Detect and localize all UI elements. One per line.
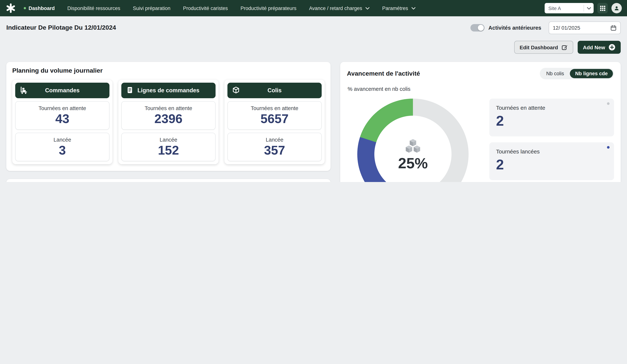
date-picker-input[interactable]: 12/ 01/2025 xyxy=(549,21,621,34)
status-dot xyxy=(607,102,610,105)
previous-activities-toggle[interactable] xyxy=(470,24,485,32)
nav-item-dashboard[interactable]: Dashboard xyxy=(24,5,55,11)
stat-box: Tournées en attente 5657 xyxy=(227,101,322,130)
volume-card-commandes: Commandes Tournées en attente 43 Lancée … xyxy=(12,80,112,164)
resources-card: Gestion des ressources actives Productiv… xyxy=(6,179,331,182)
nav-item-suivi-preparation[interactable]: Suivi préparation xyxy=(133,5,170,11)
page-title: Indicateur De Pilotage Du 12/01/2024 xyxy=(6,24,116,32)
nav-right-actions: Site A xyxy=(545,3,622,13)
volume-card-lignes-de-commandes: Lignes de commandes Tournées en attente … xyxy=(118,80,218,164)
stat-card-lancees: Tournées lancées 2 xyxy=(489,142,614,180)
stat-value: 152 xyxy=(124,144,213,156)
cubes-icon xyxy=(401,137,424,154)
nav-item-parametres[interactable]: Paramétres xyxy=(382,5,416,11)
edit-dashboard-label: Edit Dashboard xyxy=(520,44,558,50)
header-row: Indicateur De Pilotage Du 12/01/2024 Act… xyxy=(6,21,621,34)
stat-value: 5657 xyxy=(230,112,319,125)
stat-box: Tournées en attente 43 xyxy=(15,101,109,130)
stat-card-label: Tournées lancées xyxy=(496,148,607,155)
stat-value: 357 xyxy=(230,144,319,156)
active-dot-icon xyxy=(24,7,26,9)
nav-item-label: Suivi préparation xyxy=(133,5,170,11)
dashboard-actions: Edit Dashboard Add New xyxy=(6,41,621,54)
stat-label: Tournées en attente xyxy=(124,105,213,111)
person-icon xyxy=(614,4,620,12)
volume-card-header: Colis xyxy=(227,83,322,98)
stat-label: Tournées en attente xyxy=(18,105,107,111)
planning-volume-card: Planning du volume journalier Commandes … xyxy=(6,62,331,171)
activity-unit-toggle: Nb colis Nb lignes cde xyxy=(540,68,614,79)
stat-label: Lancée xyxy=(230,137,319,143)
nav-item-avance-retard-charges[interactable]: Avance / retard charges xyxy=(309,5,369,11)
site-select[interactable]: Site A xyxy=(545,3,594,13)
previous-activities-label: Activités antérieures xyxy=(488,25,541,31)
volume-card-title: Lignes de commandes xyxy=(137,87,199,94)
site-select-value: Site A xyxy=(548,5,561,11)
activity-progress-card: Avancement de l'activité Nb colis Nb lig… xyxy=(340,62,621,182)
nav-item-label: Paramétres xyxy=(382,5,408,11)
volume-card-header: Lignes de commandes xyxy=(121,83,215,98)
donut-chart-area: % avancement en nb colis xyxy=(347,83,479,182)
status-dot xyxy=(607,146,610,149)
tab-nb-lignes-cde[interactable]: Nb lignes cde xyxy=(570,69,613,78)
cart-icon xyxy=(20,86,28,94)
nav-item-label: Productivité préparateurs xyxy=(240,5,296,11)
planning-title: Planning du volume journalier xyxy=(12,67,325,75)
stat-box: Lancée 357 xyxy=(227,133,322,161)
tab-nb-colis[interactable]: Nb colis xyxy=(541,69,569,78)
nav-item-productivite-preparateurs[interactable]: Productivité préparateurs xyxy=(240,5,296,11)
stat-value: 43 xyxy=(18,112,107,125)
activity-title: Avancement de l'activité xyxy=(347,70,420,77)
volume-card-title: Commandes xyxy=(45,87,80,94)
add-new-label: Add New xyxy=(583,44,605,50)
grid-icon xyxy=(600,5,605,11)
stat-card-value: 2 xyxy=(496,158,607,172)
nav-item-label: Productivité caristes xyxy=(183,5,228,11)
nav-item-disponibilite-ressources[interactable]: Disponibilité ressources xyxy=(67,5,120,11)
top-nav: Dashboard Disponibilité ressources Suivi… xyxy=(0,0,627,16)
stat-label: Lancée xyxy=(18,137,107,143)
plus-circle-icon xyxy=(608,44,616,51)
chevron-down-icon xyxy=(366,7,369,9)
calendar-icon[interactable] xyxy=(610,25,617,31)
edit-dashboard-button[interactable]: Edit Dashboard xyxy=(514,41,573,54)
stat-label: Tournées en attente xyxy=(230,105,319,111)
stat-card-label: Tournées en attente xyxy=(496,104,607,111)
stat-label: Lancée xyxy=(124,137,213,143)
volume-card-colis: Colis Tournées en attente 5657 Lancée 35… xyxy=(224,80,325,164)
dashboard-page: Dashboard Disponibilité ressources Suivi… xyxy=(0,0,627,182)
package-icon xyxy=(232,86,240,94)
stat-card-en-attente: Tournées en attente 2 xyxy=(489,99,614,136)
stat-box: Lancée 3 xyxy=(15,133,109,161)
volume-card-header: Commandes xyxy=(15,83,109,98)
nav-item-productivite-caristes[interactable]: Productivité caristes xyxy=(183,5,228,11)
chevron-down-icon xyxy=(412,7,416,9)
nav-item-label: Avance / retard charges xyxy=(309,5,362,11)
stat-box: Lancée 152 xyxy=(121,133,215,161)
nav-items: Dashboard Disponibilité ressources Suivi… xyxy=(24,5,416,11)
user-avatar-button[interactable] xyxy=(611,3,622,13)
app-logo-icon[interactable] xyxy=(5,2,16,14)
apps-grid-button[interactable] xyxy=(597,3,608,13)
document-icon xyxy=(126,86,134,94)
nav-item-label: Dashboard xyxy=(29,5,55,11)
stat-value: 3 xyxy=(18,144,107,156)
add-new-button[interactable]: Add New xyxy=(578,41,621,54)
tour-status-list: Tournées en attente 2 Tournées lancées 2… xyxy=(489,99,614,182)
stat-box: Tournées en attente 2396 xyxy=(121,101,215,130)
chart-label: % avancement en nb colis xyxy=(348,86,479,92)
chevron-down-icon xyxy=(584,5,594,11)
stat-card-value: 2 xyxy=(496,114,607,128)
edit-pencil-icon xyxy=(561,44,568,50)
toggle-knob xyxy=(478,25,484,31)
date-value: 12/ 01/2025 xyxy=(553,25,580,31)
nav-item-label: Disponibilité ressources xyxy=(67,5,120,11)
volume-card-title: Colis xyxy=(267,87,282,94)
stat-value: 2396 xyxy=(124,112,213,125)
donut-percent: 25% xyxy=(398,155,428,172)
